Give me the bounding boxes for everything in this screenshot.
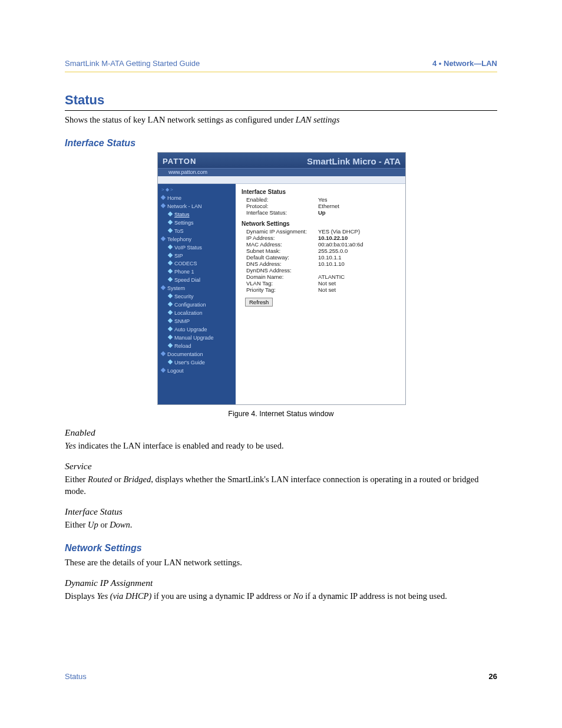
screenshot-header: PATTON SmartLink Micro - ATA bbox=[158, 153, 405, 168]
intro-text-1: Shows the status of key LAN network sett… bbox=[65, 115, 296, 124]
kv-row: Default Gateway:10.10.1.1 bbox=[242, 254, 401, 261]
kv-row: DynDNS Address: bbox=[242, 267, 401, 274]
figure-caption: Figure 4. Internet Status window bbox=[157, 410, 405, 418]
sidebar-item-settings[interactable]: Settings bbox=[161, 219, 233, 228]
service-p2: or bbox=[112, 475, 123, 484]
sidebar-item-label: VoIP Status bbox=[174, 245, 202, 251]
subsection-interface-status: Interface Status bbox=[65, 138, 497, 149]
if-p1: Either bbox=[65, 520, 88, 529]
sidebar-item-phone-1[interactable]: Phone 1 bbox=[161, 268, 233, 276]
sidebar-item-auto-upgrade[interactable]: Auto Upgrade bbox=[161, 326, 233, 334]
sidebar-item-label: User's Guide bbox=[174, 360, 205, 365]
kv-key: MAC Address: bbox=[242, 241, 318, 248]
kv-key: DNS Address: bbox=[242, 261, 318, 267]
if-em1: Up bbox=[88, 520, 98, 529]
sidebar-item-security[interactable]: Security bbox=[161, 293, 233, 301]
sidebar-item-documentation[interactable]: Documentation bbox=[161, 351, 233, 359]
sidebar-item-sip[interactable]: SIP bbox=[161, 252, 233, 261]
sidebar-item-label: Speed Dial bbox=[174, 277, 200, 283]
kv-key: Priority Tag: bbox=[242, 286, 318, 293]
sidebar-item-label: Logout bbox=[167, 368, 184, 374]
if-em2: Down bbox=[110, 520, 130, 529]
if-p3: . bbox=[130, 520, 133, 529]
sidebar-item-configuration[interactable]: Configuration bbox=[161, 301, 233, 309]
sidebar-item-snmp[interactable]: SNMP bbox=[161, 318, 233, 326]
kv-key: Protocol: bbox=[242, 203, 318, 209]
diamond-icon bbox=[168, 294, 173, 298]
breadcrumb: > ◆ > bbox=[161, 186, 233, 195]
if-p2: or bbox=[98, 520, 110, 529]
sidebar-item-network-lan[interactable]: Network - LAN bbox=[161, 203, 233, 211]
enabled-em: Yes bbox=[65, 441, 76, 450]
diamond-icon bbox=[168, 277, 173, 282]
diamond-icon bbox=[161, 195, 166, 200]
dyn-p2: if you are using a dynamic IP address or bbox=[151, 591, 293, 601]
sidebar-item-localization[interactable]: Localization bbox=[161, 309, 233, 318]
kv-row: VLAN Tag:Not set bbox=[242, 280, 401, 286]
kv-key: Dynamic IP Assignment: bbox=[242, 228, 318, 235]
diamond-icon bbox=[168, 252, 173, 257]
sidebar-item-reload[interactable]: Reload bbox=[161, 342, 233, 351]
sidebar-item-tos[interactable]: ToS bbox=[161, 228, 233, 236]
sidebar-item-status[interactable]: Status bbox=[161, 211, 233, 219]
refresh-button[interactable]: Refresh bbox=[245, 298, 273, 307]
service-em1: Routed bbox=[88, 475, 112, 484]
dyn-em1: Yes (via DHCP) bbox=[97, 591, 151, 601]
kv-key: DynDNS Address: bbox=[242, 267, 318, 274]
kv-key: Subnet Mask: bbox=[242, 248, 318, 254]
sidebar-item-voip-status[interactable]: VoIP Status bbox=[161, 244, 233, 252]
enabled-rest: indicates the LAN interface is enabled a… bbox=[76, 441, 284, 450]
sidebar-item-logout[interactable]: Logout bbox=[161, 367, 233, 375]
sidebar-item-label: Phone 1 bbox=[174, 269, 194, 275]
diamond-icon bbox=[168, 302, 173, 307]
sidebar-item-codecs[interactable]: CODECS bbox=[161, 260, 233, 268]
sidebar-item-manual-upgrade[interactable]: Manual Upgrade bbox=[161, 334, 233, 342]
kv-row: Priority Tag:Not set bbox=[242, 286, 401, 293]
diamond-icon bbox=[168, 318, 173, 323]
diamond-icon bbox=[161, 351, 166, 356]
kv-key: Interface Status: bbox=[242, 209, 318, 216]
field-head-interface-status: Interface Status bbox=[65, 506, 497, 517]
sidebar-item-user-s-guide[interactable]: User's Guide bbox=[161, 359, 233, 367]
sidebar-item-speed-dial[interactable]: Speed Dial bbox=[161, 276, 233, 285]
enabled-text: Yes indicates the LAN interface is enabl… bbox=[65, 440, 497, 452]
diamond-icon bbox=[168, 327, 173, 331]
sidebar-item-label: Network - LAN bbox=[167, 203, 202, 209]
main-panel: Interface Status Enabled:YesProtocol:Eth… bbox=[236, 184, 405, 404]
kv-value: YES (Via DHCP) bbox=[318, 228, 360, 235]
kv-value: 10.10.22.10 bbox=[318, 235, 348, 241]
section-intro: Shows the status of key LAN network sett… bbox=[65, 114, 497, 126]
dyn-p3: if a dynamic IP address is not being use… bbox=[303, 591, 447, 601]
diamond-icon bbox=[168, 335, 173, 340]
sidebar-item-label: Manual Upgrade bbox=[174, 335, 214, 341]
patton-logo: PATTON bbox=[163, 157, 196, 166]
screenshot-window: PATTON SmartLink Micro - ATA www.patton.… bbox=[157, 152, 406, 405]
kv-row: DNS Address:10.10.1.10 bbox=[242, 261, 401, 267]
kv-value: Not set bbox=[318, 280, 336, 286]
diamond-icon bbox=[168, 220, 173, 225]
kv-key: Enabled: bbox=[242, 196, 318, 203]
header-left: SmartLink M-ATA Getting Started Guide bbox=[65, 59, 200, 68]
sidebar-item-label: Reload bbox=[174, 343, 191, 349]
sidebar-item-system[interactable]: System bbox=[161, 285, 233, 293]
field-head-service: Service bbox=[65, 461, 497, 472]
diamond-icon bbox=[161, 285, 166, 290]
sidebar-item-telephony[interactable]: Telephony bbox=[161, 236, 233, 244]
diamond-icon bbox=[161, 236, 166, 241]
service-p1: Either bbox=[65, 475, 88, 484]
sidebar-item-label: Documentation bbox=[167, 351, 203, 357]
sidebar-nav: > ◆ > HomeNetwork - LANStatusSettingsToS… bbox=[158, 184, 236, 404]
kv-row: IP Address:10.10.22.10 bbox=[242, 235, 401, 241]
kv-value: Not set bbox=[318, 286, 336, 293]
sidebar-item-home[interactable]: Home bbox=[161, 195, 233, 203]
header-rule bbox=[65, 71, 497, 73]
kv-row: Dynamic IP Assignment:YES (Via DHCP) bbox=[242, 228, 401, 235]
figure-4: PATTON SmartLink Micro - ATA www.patton.… bbox=[157, 152, 405, 418]
sidebar-item-label: Security bbox=[174, 294, 194, 299]
group-head-network: Network Settings bbox=[242, 220, 401, 227]
interface-status-text: Either Up or Down. bbox=[65, 519, 497, 531]
kv-key: Domain Name: bbox=[242, 274, 318, 280]
sidebar-item-label: Auto Upgrade bbox=[174, 327, 207, 332]
service-text: Either Routed or Bridged, displays wheth… bbox=[65, 474, 497, 497]
sidebar-item-label: Configuration bbox=[174, 302, 206, 308]
